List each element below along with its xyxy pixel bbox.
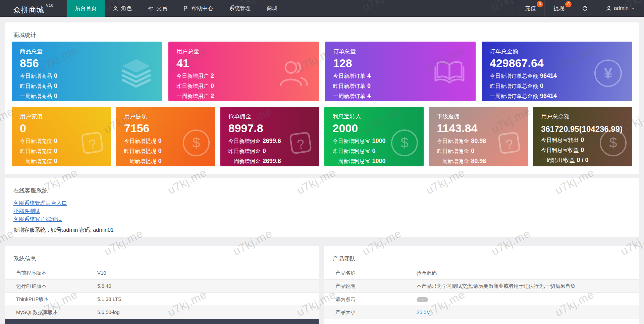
- nav-item[interactable]: 系统管理: [221, 0, 259, 17]
- stat-card-title: 订单总量: [333, 48, 468, 55]
- withdraw-badge: 0: [565, 1, 572, 7]
- stat-card-title: 用户充值: [20, 113, 103, 120]
- nav-item-label: 商城: [267, 5, 277, 12]
- withdraw-label: 提现: [553, 5, 564, 12]
- bottom-cutoff-bar: [5, 319, 319, 324]
- table-row: ThinkPHP版本5.1.38 LTS: [5, 293, 319, 306]
- dollar-icon: $: [599, 128, 628, 157]
- product-team-title: 产品团队: [324, 246, 639, 263]
- table-row: 产品大小25.5M: [324, 306, 639, 319]
- service-panel-title: 在线客服系统: [5, 178, 639, 195]
- stat-card-title: 商品总量: [20, 48, 154, 55]
- stat-card-title: 下级返佣: [437, 113, 520, 120]
- nav-item-label: 后台首页: [75, 5, 97, 12]
- stat-card: 用户充值0今日新增充值0昨日新增充值0一周新增充值0 ?: [12, 107, 111, 166]
- row-label: 产品说明: [324, 280, 417, 292]
- chevron-up-icon: [631, 6, 635, 11]
- brand-logo: 众拼商城V10: [13, 0, 54, 17]
- row-label: 产品大小: [324, 306, 417, 319]
- table-row: 产品说明本产品只为学习测试交流,请勿要做商业或者用于违法行为,一切后果自负: [324, 280, 639, 293]
- row-value-link[interactable]: 25.5M: [417, 306, 639, 319]
- recharge-label: 充值: [525, 5, 536, 12]
- system-info-table: 当前程序版本V10运行PHP版本5.6.40ThinkPHP版本5.1.38 L…: [5, 267, 319, 319]
- system-info-title: 系统信息: [5, 246, 319, 263]
- stat-card: 抢单佣金8997.8今日新增佣金2699.6昨日新增佣金0一周新增佣金2699.…: [220, 107, 320, 166]
- row-label: 请勿点击: [324, 293, 417, 306]
- nav-item[interactable]: 角色: [105, 0, 140, 17]
- stats-panel: 商城统计 商品总量856今日新增商品0昨日新增商品0一周新增商品0 用户总量41…: [5, 22, 639, 174]
- refresh-button[interactable]: [573, 0, 597, 17]
- refresh-icon: [582, 5, 588, 11]
- stat-card: 用户总余额361720.95(104236.99)今日利息宝转出0今日利息宝收益…: [533, 107, 632, 166]
- row-value: 本产品只为学习测试交流,请勿要做商业或者用于违法行为,一切后果自负: [417, 280, 639, 292]
- stat-card-title: 利息宝转入: [332, 113, 416, 120]
- stat-card-line: 一周新增订单4: [333, 93, 468, 100]
- service-link[interactable]: 小部件测试: [13, 207, 639, 215]
- recharge-button[interactable]: 充值0: [516, 0, 544, 17]
- question-icon: ?: [78, 129, 106, 157]
- nav-item[interactable]: 交易: [140, 0, 175, 17]
- svg-text:?: ?: [505, 137, 514, 152]
- stat-card-title: 抢单佣金: [228, 113, 312, 120]
- stat-card: 订单总量128今日新增订单4昨日新增订单0一周新增订单4: [325, 42, 476, 101]
- stat-card-title: 用户总余额: [541, 113, 624, 120]
- stat-card-line: 一周新增用户2: [176, 93, 311, 100]
- nav-item-label: 帮助中心: [192, 5, 213, 12]
- person-icon: [606, 5, 612, 11]
- product-team-table: 产品名称抢单源码产品说明本产品只为学习测试交流,请勿要做商业或者用于违法行为,一…: [324, 267, 639, 319]
- stat-cards-row-1: 商品总量856今日新增商品0昨日新增商品0一周新增商品0 用户总量41今日新增用…: [12, 42, 632, 101]
- svg-text:$: $: [192, 135, 200, 151]
- row-value: 5.6.40: [97, 280, 319, 292]
- user-menu[interactable]: admin: [597, 0, 644, 17]
- table-row: 请勿点击···: [324, 293, 639, 306]
- nav-item[interactable]: 商城: [259, 0, 285, 17]
- do-not-click-pill[interactable]: ···: [417, 297, 428, 302]
- nav-item[interactable]: 后台首页: [67, 0, 105, 17]
- yen-icon: ¥: [593, 58, 623, 88]
- svg-text:¥: ¥: [604, 65, 612, 82]
- svg-text:$: $: [609, 135, 617, 151]
- svg-text:$: $: [401, 135, 409, 151]
- table-row: 当前程序版本V10: [5, 267, 319, 280]
- stat-card-line: 一周转出/收益0 / 0: [541, 157, 624, 164]
- row-label: 运行PHP版本: [5, 280, 97, 292]
- row-value[interactable]: ···: [417, 293, 639, 306]
- stat-card: 用户提现7156今日新增提现0昨日新增提现0一周新增提现0 $: [116, 107, 215, 166]
- brand-name: 众拼商城: [13, 6, 44, 14]
- stat-card: 商品总量856今日新增商品0昨日新增商品0一周新增商品0: [12, 42, 162, 101]
- table-row: MySQL数据库版本5.6.50-log: [5, 306, 319, 319]
- stat-card-line: 一周新增商品0: [20, 93, 154, 100]
- withdraw-button[interactable]: 提现0: [544, 0, 573, 17]
- question-icon: ?: [286, 129, 315, 157]
- stat-card-line: 一周新增订单总金额96414: [490, 93, 624, 100]
- dollar-icon: $: [390, 128, 419, 157]
- row-value: V10: [97, 267, 319, 279]
- stat-card-line: 一周新增提现0: [124, 158, 207, 165]
- username: admin: [614, 5, 629, 11]
- stat-cards-row-2: 用户充值0今日新增充值0昨日新增充值0一周新增充值0 ?用户提现7156今日新增…: [12, 107, 632, 166]
- service-note: 新增客服系统，账号:admin 密码: admin01: [13, 227, 639, 234]
- stats-panel-title: 商城统计: [5, 22, 639, 39]
- nav-item[interactable]: 帮助中心: [175, 0, 221, 17]
- brand-version: V10: [46, 3, 54, 7]
- stat-card-title: 用户提现: [124, 113, 207, 120]
- svg-text:?: ?: [296, 137, 306, 152]
- nav-right-actions: 充值0提现0admin: [516, 0, 644, 17]
- top-navbar: 众拼商城V10 后台首页角色交易帮助中心系统管理商城 充值0提现0admin: [0, 0, 644, 17]
- system-info-panel: 系统信息 当前程序版本V10运行PHP版本5.6.40ThinkPHP版本5.1…: [5, 246, 319, 324]
- stat-card: 用户总量41今日新增用户2昨日新增用户0一周新增用户2: [168, 42, 319, 101]
- service-link[interactable]: 客服系统管理后台入口: [13, 199, 639, 207]
- question-icon: ?: [495, 129, 523, 157]
- stat-card-title: 订单总金额: [490, 48, 624, 55]
- stat-card-line: 一周新增佣金80.98: [437, 158, 520, 165]
- layers-icon: [119, 57, 153, 90]
- service-link[interactable]: 客服系统客户端测试: [13, 215, 639, 223]
- stat-card: 利息宝转入2000今日新增利息宝1000昨日新增利息宝0一周新增利息宝1000 …: [324, 107, 424, 166]
- nav-item-label: 交易: [156, 5, 167, 12]
- book-icon: [433, 59, 466, 88]
- row-value: 5.1.38 LTS: [97, 293, 319, 306]
- row-label: ThinkPHP版本: [5, 293, 97, 306]
- row-value: 抢单源码: [417, 267, 639, 279]
- flag-icon: [183, 6, 189, 11]
- nav-item-label: 角色: [121, 5, 132, 12]
